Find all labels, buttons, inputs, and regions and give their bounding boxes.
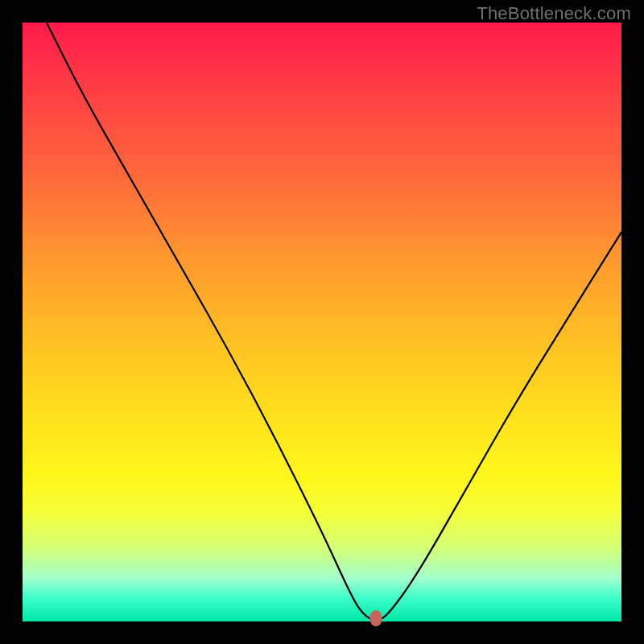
- watermark-text: TheBottleneck.com: [477, 3, 631, 24]
- bottleneck-curve: [47, 23, 621, 620]
- optimal-point-marker: [369, 610, 382, 626]
- plot-area: [23, 23, 621, 621]
- curve-svg: [23, 23, 621, 621]
- chart-container: TheBottleneck.com: [0, 0, 644, 644]
